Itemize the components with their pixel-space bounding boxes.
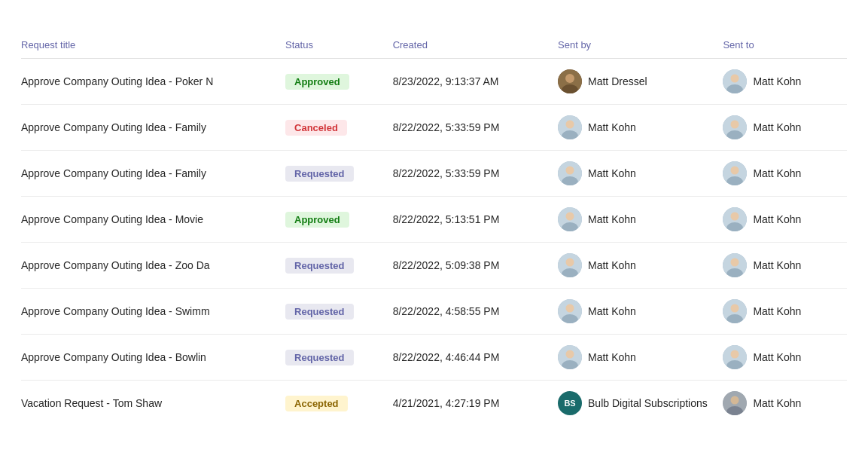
cell-sentby: Matt Kohn bbox=[558, 289, 723, 335]
cell-sentto: Matt Kohn bbox=[723, 197, 847, 243]
col-header-sentby: Sent by bbox=[558, 33, 723, 59]
col-header-sentto: Sent to bbox=[723, 33, 847, 59]
svg-point-25 bbox=[566, 258, 574, 267]
svg-point-28 bbox=[731, 258, 739, 267]
status-badge: Requested bbox=[285, 350, 353, 365]
cell-title: Approve Company Outing Idea - Family bbox=[21, 105, 285, 151]
table-row[interactable]: Approve Company Outing Idea - Family Can… bbox=[21, 105, 847, 151]
svg-point-37 bbox=[566, 350, 574, 359]
sentby-name: Matt Dressel bbox=[588, 75, 647, 87]
status-badge: Canceled bbox=[285, 120, 347, 136]
svg-point-7 bbox=[566, 121, 574, 129]
svg-point-16 bbox=[731, 167, 739, 175]
status-badge: Requested bbox=[285, 258, 353, 274]
status-badge: Approved bbox=[285, 212, 349, 228]
svg-point-34 bbox=[731, 304, 739, 313]
sentby-person: Matt Kohn bbox=[558, 115, 714, 139]
cell-title: Approve Company Outing Idea - Bowlin bbox=[21, 335, 285, 381]
sentto-name: Matt Kohn bbox=[753, 121, 801, 133]
cell-status: Canceled bbox=[285, 105, 393, 151]
cell-sentby: Matt Kohn bbox=[558, 335, 723, 381]
col-header-status: Status bbox=[285, 33, 393, 59]
table-row[interactable]: Approve Company Outing Idea - Poker N Ap… bbox=[21, 59, 847, 105]
status-badge: Requested bbox=[285, 166, 353, 182]
cell-status: Requested bbox=[285, 243, 393, 289]
cell-sentby: Matt Kohn bbox=[558, 243, 723, 289]
cell-title: Approve Company Outing Idea - Zoo Da bbox=[21, 243, 285, 289]
sentto-person: Matt Kohn bbox=[723, 161, 838, 185]
status-badge: Requested bbox=[285, 304, 353, 320]
sentto-name: Matt Kohn bbox=[753, 75, 801, 87]
table-header: Request title Status Created Sent by Sen… bbox=[21, 33, 847, 59]
sentby-name: Matt Kohn bbox=[588, 259, 636, 271]
sentby-person: Matt Kohn bbox=[558, 207, 714, 231]
table-row[interactable]: Approve Company Outing Idea - Bowlin Req… bbox=[21, 335, 847, 381]
approvals-table: Request title Status Created Sent by Sen… bbox=[21, 33, 847, 426]
cell-status: Requested bbox=[285, 335, 393, 381]
table-row[interactable]: Approve Company Outing Idea - Movie Appr… bbox=[21, 197, 847, 243]
cell-title: Approve Company Outing Idea - Movie bbox=[21, 197, 285, 243]
cell-title: Vacation Request - Tom Shaw bbox=[21, 381, 285, 427]
cell-status: Approved bbox=[285, 197, 393, 243]
svg-point-40 bbox=[731, 350, 739, 359]
sentby-name: Matt Kohn bbox=[588, 121, 636, 133]
sentto-person: Matt Kohn bbox=[723, 115, 838, 139]
col-header-created: Created bbox=[393, 33, 558, 59]
sentby-person: BS Bulb Digital Subscriptions bbox=[558, 391, 714, 415]
svg-point-1 bbox=[565, 74, 574, 83]
col-header-title: Request title bbox=[21, 33, 285, 59]
cell-status: Accepted bbox=[285, 381, 393, 427]
sentby-person: Matt Kohn bbox=[558, 345, 714, 369]
cell-sentby: Matt Kohn bbox=[558, 151, 723, 197]
cell-sentby: Matt Kohn bbox=[558, 105, 723, 151]
cell-title: Approve Company Outing Idea - Swimm bbox=[21, 289, 285, 335]
sentto-person: Matt Kohn bbox=[723, 391, 838, 415]
cell-sentby: BS Bulb Digital Subscriptions bbox=[558, 381, 723, 427]
sentby-person: Matt Kohn bbox=[558, 299, 714, 323]
cell-sentto: Matt Kohn bbox=[723, 105, 847, 151]
sentto-name: Matt Kohn bbox=[753, 213, 801, 225]
cell-sentby: Matt Dressel bbox=[558, 59, 723, 105]
cell-status: Requested bbox=[285, 151, 393, 197]
cell-sentto: Matt Kohn bbox=[723, 335, 847, 381]
table-row[interactable]: Approve Company Outing Idea - Zoo Da Req… bbox=[21, 243, 847, 289]
table-row[interactable]: Vacation Request - Tom Shaw Accepted 4/2… bbox=[21, 381, 847, 427]
sentby-name: Matt Kohn bbox=[588, 351, 636, 363]
sentto-person: Matt Kohn bbox=[723, 345, 838, 369]
sentby-name: Matt Kohn bbox=[588, 305, 636, 317]
sentby-person: Matt Dressel bbox=[558, 69, 714, 93]
cell-status: Approved bbox=[285, 59, 393, 105]
svg-point-31 bbox=[566, 304, 574, 313]
cell-created: 8/22/2022, 4:58:55 PM bbox=[393, 289, 558, 335]
svg-point-19 bbox=[566, 213, 574, 221]
svg-point-43 bbox=[731, 396, 739, 405]
status-badge: Approved bbox=[285, 74, 349, 90]
sentto-person: Matt Kohn bbox=[723, 299, 838, 323]
sentby-person: Matt Kohn bbox=[558, 161, 714, 185]
svg-point-4 bbox=[731, 75, 739, 83]
table-row[interactable]: Approve Company Outing Idea - Swimm Requ… bbox=[21, 289, 847, 335]
table-row[interactable]: Approve Company Outing Idea - Family Req… bbox=[21, 151, 847, 197]
cell-sentto: Matt Kohn bbox=[723, 243, 847, 289]
sentby-person: Matt Kohn bbox=[558, 253, 714, 277]
table-body: Approve Company Outing Idea - Poker N Ap… bbox=[21, 59, 847, 427]
cell-created: 8/22/2022, 5:09:38 PM bbox=[393, 243, 558, 289]
cell-sentto: Matt Kohn bbox=[723, 151, 847, 197]
sentto-name: Matt Kohn bbox=[753, 167, 801, 179]
cell-created: 8/22/2022, 5:33:59 PM bbox=[393, 151, 558, 197]
cell-status: Requested bbox=[285, 289, 393, 335]
cell-created: 8/22/2022, 5:13:51 PM bbox=[393, 197, 558, 243]
cell-created: 8/23/2022, 9:13:37 AM bbox=[393, 59, 558, 105]
cell-created: 4/21/2021, 4:27:19 PM bbox=[393, 381, 558, 427]
cell-sentto: Matt Kohn bbox=[723, 381, 847, 427]
sentto-person: Matt Kohn bbox=[723, 69, 838, 93]
status-badge: Accepted bbox=[285, 396, 348, 411]
sentby-name: Bulb Digital Subscriptions bbox=[588, 397, 708, 409]
sentto-name: Matt Kohn bbox=[753, 351, 801, 363]
cell-title: Approve Company Outing Idea - Family bbox=[21, 151, 285, 197]
sentby-name: Matt Kohn bbox=[588, 213, 636, 225]
sentto-name: Matt Kohn bbox=[753, 305, 801, 317]
cell-title: Approve Company Outing Idea - Poker N bbox=[21, 59, 285, 105]
svg-point-10 bbox=[731, 121, 739, 129]
approvals-page: Request title Status Created Sent by Sen… bbox=[0, 0, 868, 471]
